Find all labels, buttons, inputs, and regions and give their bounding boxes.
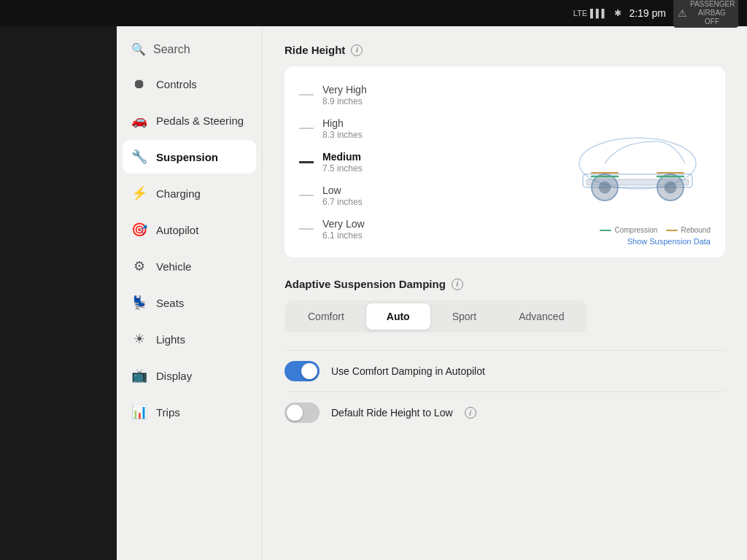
ride-height-medium[interactable]: Medium 7.5 inches [299,145,535,179]
sidebar-item-display[interactable]: 📺 Display [117,357,262,394]
tab-auto[interactable]: Auto [366,303,430,330]
bluetooth-icon: ✱ [614,8,622,18]
charging-label: Charging [156,187,201,200]
high-label-group: High 8.3 inches [322,117,363,140]
ride-height-very-low[interactable]: Very Low 6.1 inches [299,212,535,246]
sidebar-item-suspension[interactable]: 🔧 Suspension [123,140,256,174]
show-suspension-data-link[interactable]: Show Suspension Data [627,237,711,246]
ride-height-title: Ride Height [285,44,345,56]
very-high-sublabel: 8.9 inches [322,96,367,106]
display-icon: 📺 [131,368,147,384]
car-illustration [565,127,711,222]
tab-advanced[interactable]: Advanced [498,303,584,330]
sidebar: 🔍 Search ⏺ Controls 🚗 Pedals & Steering … [117,26,263,560]
ride-height-very-high[interactable]: Very High 8.9 inches [299,78,535,112]
ride-height-high[interactable]: High 8.3 inches [299,112,535,145]
compression-dot [600,230,611,231]
vehicle-label: Vehicle [156,260,191,273]
default-ride-height-row: Default Ride Height to Low i [285,392,725,433]
compression-label: Compression [614,226,657,234]
controls-label: Controls [156,78,197,90]
search-icon: 🔍 [131,42,146,56]
low-indicator [299,195,314,196]
comfort-damping-label: Use Comfort Damping in Autopilot [331,365,485,377]
medium-sublabel: 7.5 inches [322,163,363,174]
sidebar-item-lights[interactable]: ☀ Lights [117,321,262,357]
damping-info-icon[interactable]: i [452,279,463,290]
svg-rect-10 [587,179,689,185]
tab-sport[interactable]: Sport [432,303,497,330]
pedals-icon: 🚗 [131,112,147,128]
sidebar-item-trips[interactable]: 📊 Trips [117,394,262,430]
sidebar-item-seats[interactable]: 💺 Seats [117,284,262,321]
sidebar-item-charging[interactable]: ⚡ Charging [117,175,262,211]
comfort-damping-knob [301,363,317,379]
clock: 2:19 pm [629,7,666,19]
very-high-label: Very High [322,84,367,96]
damping-section: Adaptive Suspension Damping i Comfort Au… [285,278,725,332]
status-bar: LTE ▌▌▌ ✱ 2:19 pm ⚠ PASSENGER AIRBAG OFF [0,0,747,26]
sidebar-item-controls[interactable]: ⏺ Controls [117,66,262,102]
rebound-label: Rebound [681,226,711,234]
default-ride-height-label: Default Ride Height to Low [331,407,453,419]
ride-height-image-area: Compression Rebound Show Suspension Data [550,78,711,246]
car-legend: Compression Rebound [600,226,711,234]
airbag-status: ⚠ PASSENGER AIRBAG OFF [673,0,738,28]
tab-comfort[interactable]: Comfort [287,303,365,330]
pedals-label: Pedals & Steering [156,114,244,127]
sidebar-item-vehicle[interactable]: ⚙ Vehicle [117,248,262,284]
compression-legend: Compression [600,226,657,234]
trips-label: Trips [156,406,180,419]
left-edge [0,26,117,560]
controls-icon: ⏺ [131,77,147,92]
comfort-damping-row: Use Comfort Damping in Autopilot [285,350,725,392]
ride-height-low[interactable]: Low 6.7 inches [299,179,535,212]
main-content: Ride Height i Very High 8.9 inches High [263,26,747,560]
sidebar-item-autopilot[interactable]: 🎯 Autopilot [117,211,262,248]
lights-icon: ☀ [131,331,147,347]
lights-label: Lights [156,333,185,346]
very-low-label-group: Very Low 6.1 inches [322,217,365,241]
ride-height-container: Very High 8.9 inches High 8.3 inches Med… [285,66,725,257]
high-sublabel: 8.3 inches [322,130,363,140]
default-ride-height-knob [287,405,303,421]
very-low-sublabel: 6.1 inches [322,230,365,241]
damping-header: Adaptive Suspension Damping i [285,278,725,290]
suspension-icon: 🔧 [131,149,147,165]
vehicle-icon: ⚙ [131,258,147,274]
rebound-dot [666,230,678,231]
ride-height-info-icon[interactable]: i [351,44,363,56]
medium-indicator [299,161,314,163]
rebound-legend: Rebound [666,226,711,234]
comfort-damping-toggle[interactable] [285,361,320,381]
trips-icon: 📊 [131,404,147,420]
very-low-indicator [299,228,314,230]
network-status: LTE ▌▌▌ [573,9,608,18]
very-high-label-group: Very High 8.9 inches [322,83,367,106]
seats-label: Seats [156,297,184,309]
medium-label-group: Medium 7.5 inches [322,150,363,174]
default-ride-height-info-icon[interactable]: i [465,407,476,419]
display-label: Display [156,370,192,382]
sidebar-item-pedals[interactable]: 🚗 Pedals & Steering [117,102,262,139]
sidebar-search[interactable]: 🔍 Search [117,32,262,66]
damping-tabs: Comfort Auto Sport Advanced [285,300,587,332]
very-high-indicator [299,94,314,96]
low-label-group: Low 6.7 inches [322,184,363,207]
very-low-label: Very Low [322,218,365,230]
autopilot-label: Autopilot [156,224,198,236]
car-svg [565,127,711,222]
ride-height-options: Very High 8.9 inches High 8.3 inches Med… [299,78,535,246]
default-ride-height-toggle[interactable] [285,402,320,423]
charging-icon: ⚡ [131,185,147,201]
low-sublabel: 6.7 inches [322,197,363,207]
medium-label: Medium [322,151,361,163]
low-label: Low [322,184,341,196]
main-screen: 🔍 Search ⏺ Controls 🚗 Pedals & Steering … [117,26,747,560]
search-label: Search [153,43,190,56]
autopilot-icon: 🎯 [131,222,147,238]
suspension-label: Suspension [156,151,218,163]
ride-height-header: Ride Height i [285,44,725,56]
seats-icon: 💺 [131,295,147,311]
high-indicator [299,128,314,129]
